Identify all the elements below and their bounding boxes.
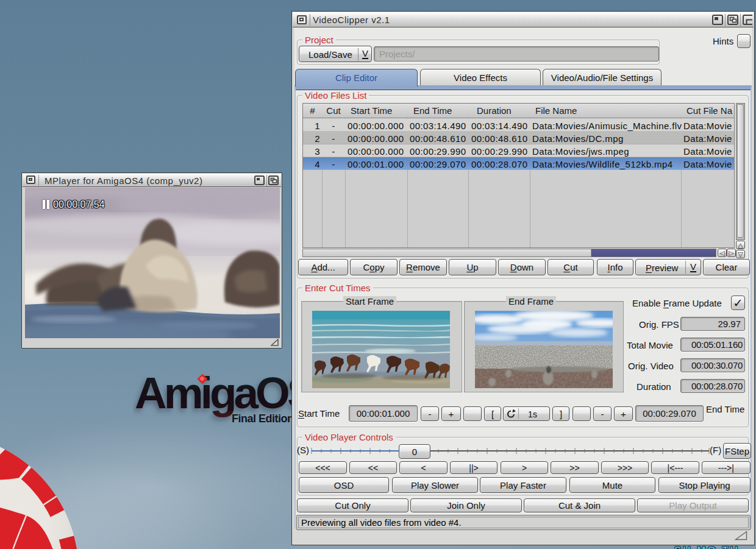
svg-text:AmigaOS: AmigaOS <box>135 368 291 417</box>
svg-text:Final Edition: Final Edition <box>232 413 291 425</box>
